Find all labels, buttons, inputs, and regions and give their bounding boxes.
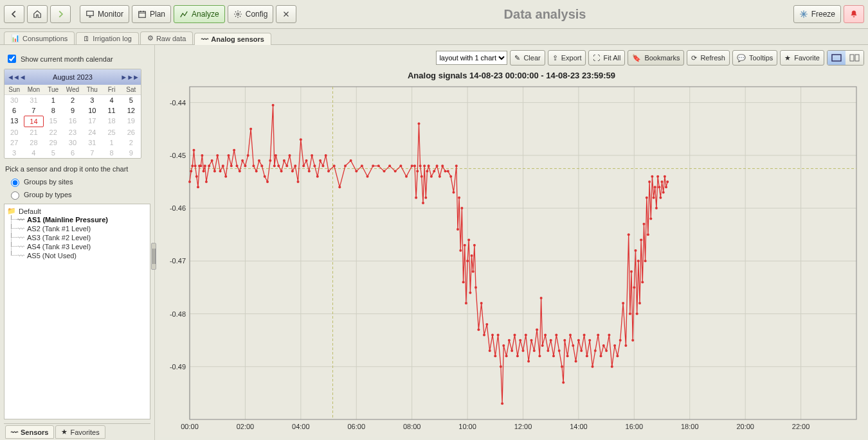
cal-day[interactable]: 20 [5, 127, 24, 137]
cal-day[interactable]: 16 [63, 116, 82, 126]
cal-day[interactable]: 5 [44, 148, 63, 158]
svg-point-107 [422, 202, 424, 204]
plan-button[interactable]: Plan [132, 5, 171, 23]
cal-day[interactable]: 6 [63, 148, 82, 158]
group-by-sites-radio[interactable]: Groups by sites [8, 177, 147, 187]
cal-day[interactable]: 12 [122, 105, 141, 116]
back-button[interactable] [4, 5, 24, 23]
cal-day[interactable]: 9 [122, 148, 141, 158]
chart-area[interactable]: 00:0002:0004:0006:0008:0010:0012:0014:00… [159, 83, 864, 437]
svg-point-78 [308, 170, 311, 173]
sensor-item[interactable]: 〰AS2 (Tank #1 Level) [7, 224, 147, 233]
cal-day[interactable]: 2 [122, 137, 141, 148]
cal-day[interactable]: 21 [24, 127, 43, 137]
monitor-button[interactable]: Monitor [80, 5, 129, 23]
analyze-button[interactable]: Analyze [174, 5, 225, 23]
cal-day[interactable]: 31 [24, 95, 43, 105]
cal-day[interactable]: 7 [24, 105, 43, 116]
svg-point-203 [641, 281, 644, 283]
cal-dow: Sat [122, 85, 141, 95]
pulse-icon: 〰 [17, 225, 24, 233]
sensor-item[interactable]: 〰AS5 (Not Used) [7, 251, 147, 260]
sidebar-tab-favorites[interactable]: ★Favorites [55, 425, 105, 439]
splitter-handle[interactable] [151, 243, 156, 270]
cal-day[interactable]: 5 [122, 95, 141, 105]
cal-day[interactable]: 18 [102, 116, 121, 126]
sensor-item[interactable]: 〰AS3 (Tank #2 Level) [7, 233, 147, 242]
cal-day[interactable]: 9 [63, 105, 82, 116]
sensor-item[interactable]: 〰AS1 (Mainline Pressure) [7, 215, 147, 224]
svg-point-133 [472, 270, 475, 273]
tab-raw[interactable]: ⚙Raw data [140, 31, 193, 44]
cal-prev[interactable]: ◄◄ ◄ [7, 73, 25, 81]
cal-day[interactable]: 19 [122, 116, 141, 126]
cal-day[interactable]: 30 [5, 95, 24, 105]
cal-day[interactable]: 3 [5, 148, 24, 158]
bookmarks-button[interactable]: 🔖Bookmarks [628, 50, 684, 66]
config-button[interactable]: Config [228, 5, 274, 23]
tab-consumptions[interactable]: 📊Consumptions [4, 31, 75, 44]
cal-day[interactable]: 30 [63, 137, 82, 148]
cal-day[interactable]: 11 [102, 105, 121, 116]
cal-day[interactable]: 23 [63, 127, 82, 137]
show-calendar-checkbox[interactable]: Show current month calendar [5, 53, 149, 65]
group-by-types-radio[interactable]: Group by types [8, 189, 147, 200]
cal-day[interactable]: 3 [82, 95, 102, 105]
sensor-item[interactable]: 〰AS4 (Tank #3 Level) [7, 242, 147, 251]
irrigation-icon: 🗓 [83, 35, 90, 42]
tooltips-button[interactable]: 💬Tooltips [732, 50, 777, 66]
tab-analog[interactable]: 〰Analog sensors [194, 33, 271, 45]
forward-button[interactable] [50, 5, 71, 23]
show-calendar-input[interactable] [8, 55, 16, 63]
cal-day[interactable]: 2 [63, 95, 82, 105]
tree-folder[interactable]: 📁Default [7, 207, 147, 215]
svg-point-31 [193, 149, 195, 152]
cal-day[interactable]: 14 [24, 116, 43, 127]
bookmark-icon: 🔖 [632, 54, 641, 62]
pick-sensor-label: Pick a sensor and drop it onto the chart [5, 165, 149, 173]
cal-day[interactable]: 6 [5, 105, 24, 116]
cal-day[interactable]: 1 [102, 137, 121, 148]
svg-point-218 [662, 191, 665, 193]
export-button[interactable]: ⇪Export [548, 50, 586, 66]
cal-day[interactable]: 10 [82, 105, 102, 116]
svg-point-145 [501, 402, 503, 405]
svg-point-138 [483, 333, 485, 336]
cal-day[interactable]: 4 [102, 95, 121, 105]
cal-day[interactable]: 22 [44, 127, 63, 137]
view-single-button[interactable] [827, 51, 845, 65]
svg-point-75 [300, 138, 302, 141]
cal-day[interactable]: 17 [82, 116, 102, 126]
cal-day[interactable]: 8 [44, 105, 63, 116]
cal-day[interactable]: 4 [24, 148, 43, 158]
cal-day[interactable]: 26 [122, 127, 141, 137]
tab-irrigation[interactable]: 🗓Irrigation log [76, 32, 139, 44]
svg-point-82 [319, 159, 321, 162]
svg-point-186 [608, 333, 610, 336]
cal-day[interactable]: 27 [5, 137, 24, 148]
favorite-button[interactable]: ★Favorite [780, 50, 824, 66]
cal-day[interactable]: 24 [82, 127, 102, 137]
clear-button[interactable]: ✎Clear [510, 50, 545, 66]
svg-point-191 [622, 302, 624, 304]
tools-button[interactable] [276, 5, 296, 23]
fit-all-button[interactable]: ⛶Fit All [588, 50, 625, 66]
cal-day[interactable]: 1 [44, 95, 63, 105]
bell-button[interactable] [844, 5, 864, 23]
cal-day[interactable]: 15 [44, 116, 63, 126]
sidebar-tab-sensors[interactable]: 〰Sensors [5, 425, 54, 439]
cal-day[interactable]: 13 [5, 116, 24, 126]
cal-day[interactable]: 8 [102, 148, 121, 158]
home-button[interactable] [27, 5, 48, 23]
cal-day[interactable]: 28 [24, 137, 43, 148]
freeze-button[interactable]: Freeze [793, 5, 841, 23]
cal-day[interactable]: 25 [102, 127, 121, 137]
layout-select[interactable]: layout with 1 chart [436, 51, 507, 65]
view-split-button[interactable] [845, 51, 863, 65]
refresh-button[interactable]: ⟳Refresh [687, 50, 730, 66]
cal-day[interactable]: 7 [82, 148, 102, 158]
svg-point-95 [383, 170, 386, 173]
cal-day[interactable]: 31 [82, 137, 102, 148]
cal-day[interactable]: 29 [44, 137, 63, 148]
cal-next[interactable]: ► ►► [120, 73, 138, 81]
